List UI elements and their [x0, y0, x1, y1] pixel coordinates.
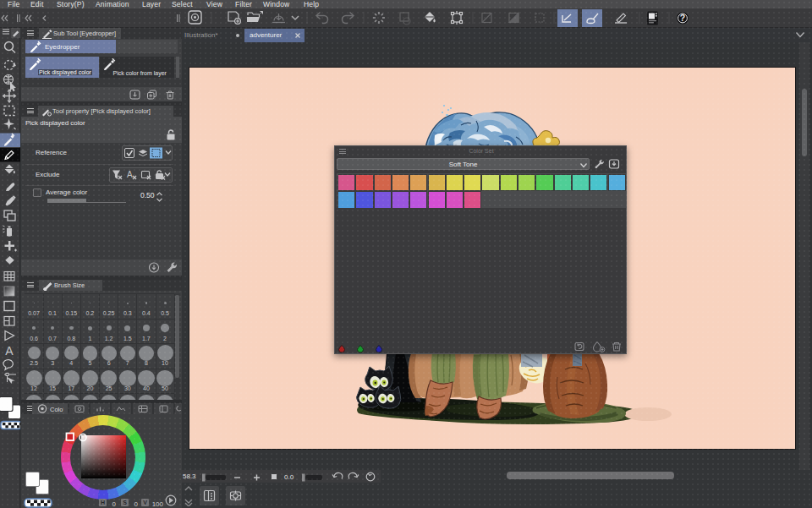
svg-text:0: 0 [134, 500, 139, 508]
svg-text:0.0: 0.0 [284, 473, 294, 481]
svg-text:H: H [101, 500, 105, 505]
svg-text:A: A [5, 344, 14, 358]
svg-text:S: S [123, 500, 127, 505]
svg-text:100: 100 [152, 500, 164, 508]
svg-text:V: V [143, 500, 147, 505]
svg-text:A: A [127, 170, 133, 179]
svg-text:0: 0 [112, 500, 117, 508]
svg-text:Colo: Colo [50, 406, 63, 413]
